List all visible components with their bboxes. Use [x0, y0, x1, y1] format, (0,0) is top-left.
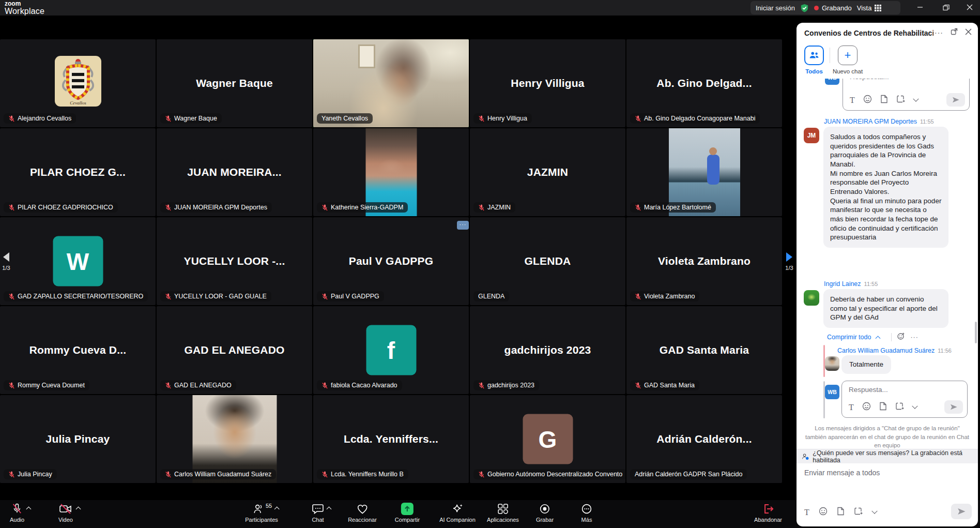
chat-more-button[interactable]: ···: [935, 28, 943, 37]
chat-button[interactable]: Chat: [312, 503, 324, 523]
video-button[interactable]: Video: [58, 503, 73, 523]
chat-scrollbar[interactable]: [975, 322, 977, 343]
participant-tile[interactable]: JAZMINJAZMIN: [470, 128, 625, 216]
participant-tile[interactable]: Ab. Gino Delgad...Ab. Gino Delgado Conag…: [626, 39, 782, 127]
previous-page-button[interactable]: 1/3: [0, 252, 12, 271]
send-button[interactable]: [951, 504, 972, 519]
next-page-button[interactable]: 1/3: [783, 252, 796, 271]
chevron-down-icon[interactable]: [912, 403, 917, 409]
leave-button[interactable]: Abandonar: [754, 503, 782, 523]
format-icon[interactable]: T: [850, 96, 855, 105]
tab-todos[interactable]: [804, 46, 824, 65]
more-button[interactable]: Más: [580, 503, 593, 523]
participant-tile[interactable]: María López Bartolomé: [626, 128, 782, 216]
reply-bubble: Totalmente: [841, 355, 891, 374]
chat-message-list[interactable]: WB Respuesta... T JUAN MOREIRA GPM Depor…: [797, 79, 978, 449]
participant-tile[interactable]: JUAN MOREIRA...JUAN MOREIRA GPM Deportes: [157, 128, 312, 216]
participant-tile[interactable]: Henry VilliguaHenry Villigua: [470, 39, 625, 127]
reply-input-placeholder[interactable]: Respuesta...: [850, 79, 889, 81]
file-icon[interactable]: [880, 95, 888, 105]
participant-tile[interactable]: WGAD ZAPALLO SECRETARIO/TESORERO: [0, 217, 156, 305]
reply-input-placeholder[interactable]: Respuesta...: [849, 386, 888, 394]
reply-author[interactable]: Carlos William Guadamud Suárez11:56: [837, 347, 952, 354]
audio-button[interactable]: Audio: [10, 503, 24, 523]
minimize-button[interactable]: [910, 0, 930, 14]
participant-tile[interactable]: Yaneth Cevallos: [313, 39, 469, 127]
collapse-thread-link[interactable]: Comprimir todo: [827, 334, 871, 341]
participant-name-label: GAD Santa Maria: [630, 380, 699, 390]
maximize-button[interactable]: [936, 0, 956, 14]
participant-tile[interactable]: YUCELLY LOOR -...YUCELLY LOOR - GAD GUAL…: [157, 217, 312, 305]
participant-tile[interactable]: Violeta ZambranoVioleta Zambrano: [626, 217, 782, 305]
new-chat-button[interactable]: +: [838, 46, 858, 65]
svg-text:Cevallos: Cevallos: [70, 100, 86, 105]
send-icon: [950, 403, 958, 411]
sign-in-button[interactable]: Iniciar sesión: [756, 4, 795, 12]
react-button[interactable]: Reaccionar: [348, 503, 377, 523]
reply-composer-clipped[interactable]: Respuesta... T: [843, 79, 970, 111]
participant-tile[interactable]: GAD EL ANEGADOGAD EL ANEGADO: [157, 306, 312, 394]
previous-page-arrow-icon: [3, 252, 9, 262]
participant-tile[interactable]: Rommy Cueva D...Rommy Cueva Doumet: [0, 306, 156, 394]
pop-out-icon[interactable]: [951, 28, 958, 37]
close-chat-icon[interactable]: [965, 28, 972, 37]
send-button[interactable]: [944, 400, 963, 414]
chevron-down-icon[interactable]: [871, 508, 877, 514]
capture-icon[interactable]: [895, 402, 905, 413]
emoji-icon[interactable]: [862, 402, 871, 413]
view-button[interactable]: Vista: [857, 4, 882, 12]
participant-tile[interactable]: Paul V GADPPGPaul V GADPPG: [313, 217, 469, 305]
participant-tile[interactable]: Lcda. Yenniffers...Lcda. Yenniffers Muri…: [313, 395, 469, 483]
participant-tile[interactable]: CevallosAlejandro Cevallos: [0, 39, 156, 127]
participant-tile[interactable]: GAD Santa MariaGAD Santa Maria: [626, 306, 782, 394]
message-author[interactable]: JUAN MOREIRA GPM Deportes11:55: [824, 118, 934, 125]
tile-options-button[interactable]: ···: [457, 221, 469, 230]
format-icon[interactable]: T: [849, 403, 854, 412]
privacy-banner-text: ¿Quién puede ver sus mensajes? La grabac…: [813, 449, 973, 464]
recording-label: Grabando: [822, 4, 852, 12]
message-author[interactable]: Ingrid Lainez11:55: [824, 280, 878, 288]
record-button[interactable]: Grabar: [536, 503, 554, 523]
participant-tile[interactable]: PILAR CHOEZ G...PILAR CHOEZ GADPRIOCHICO: [0, 128, 156, 216]
add-reaction-icon[interactable]: [897, 332, 905, 342]
participant-tile[interactable]: ffabiola Cacao Alvarado: [313, 306, 469, 394]
reply-composer[interactable]: Respuesta... T: [841, 381, 968, 418]
participant-tile[interactable]: gadchirijos 2023gadchirijos 2023: [470, 306, 625, 394]
participant-tile[interactable]: Wagner BaqueWagner Baque: [157, 39, 312, 127]
participant-tile[interactable]: Julia PincayJulia Pincay: [0, 395, 156, 483]
tab-todos-label[interactable]: Todos: [804, 68, 824, 74]
leave-icon: [762, 503, 774, 515]
thread-more-button[interactable]: ···: [910, 334, 918, 341]
participant-tile[interactable]: Carlos William Guadamud Suárez: [157, 395, 312, 483]
security-shield-icon[interactable]: [800, 4, 809, 12]
participant-tile[interactable]: Adrián Calderón...Adrián Calderón GADPR …: [626, 395, 782, 483]
participant-tile[interactable]: GGobierno Autónomo Descentralizado Conve…: [470, 395, 625, 483]
participant-tile[interactable]: Katherine Sierra-GADPM: [313, 128, 469, 216]
main-composer-placeholder[interactable]: Enviar mensaje a todos: [804, 469, 880, 477]
new-chat-label[interactable]: Nuevo chat: [830, 68, 866, 74]
participant-name-label: Rommy Cueva Doumet: [4, 380, 89, 390]
share-button[interactable]: Compartir: [395, 503, 420, 523]
ai-companion-button[interactable]: AI Companion: [439, 503, 476, 523]
avatar: [825, 356, 839, 371]
participants-options-chevron[interactable]: [274, 507, 279, 512]
chat-options-chevron[interactable]: [327, 507, 332, 512]
participant-tile[interactable]: GLENDAGLENDA: [470, 217, 625, 305]
file-icon[interactable]: [837, 507, 845, 518]
capture-icon[interactable]: [896, 95, 906, 105]
grid-view-icon: [875, 5, 881, 11]
format-icon[interactable]: T: [804, 508, 809, 517]
audio-options-chevron[interactable]: [26, 507, 32, 512]
close-window-button[interactable]: [959, 0, 980, 14]
apps-button[interactable]: Aplicaciones: [487, 503, 519, 523]
chevron-down-icon[interactable]: [913, 96, 918, 101]
participants-button[interactable]: 55 Participantes: [245, 503, 278, 523]
emoji-icon[interactable]: [819, 507, 828, 518]
muted-mic-icon: [165, 382, 172, 389]
emoji-icon[interactable]: [863, 95, 872, 105]
file-icon[interactable]: [879, 402, 887, 413]
send-button[interactable]: [946, 93, 965, 107]
participant-name-label: Ab. Gino Delgado Conagopare Manabi: [630, 113, 760, 124]
capture-icon[interactable]: [854, 507, 863, 518]
video-options-chevron[interactable]: [76, 507, 81, 512]
